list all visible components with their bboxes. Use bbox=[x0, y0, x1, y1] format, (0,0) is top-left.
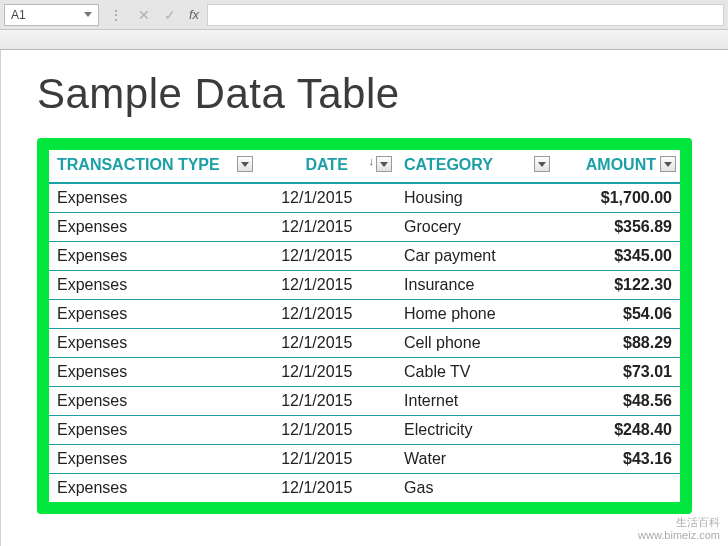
cell-transaction-type[interactable]: Expenses bbox=[49, 300, 257, 329]
cell-category[interactable]: Electricity bbox=[396, 416, 554, 445]
formula-input[interactable] bbox=[207, 4, 724, 26]
cell-date[interactable]: 12/1/2015 bbox=[257, 474, 396, 503]
cell-category[interactable]: Insurance bbox=[396, 271, 554, 300]
header-label: DATE bbox=[305, 156, 347, 173]
highlighted-table-frame: TRANSACTION TYPE DATE ↓ CATEGORY AMOUNT bbox=[37, 138, 692, 514]
table-row[interactable]: Expenses12/1/2015Insurance$122.30 bbox=[49, 271, 680, 300]
table-row[interactable]: Expenses12/1/2015Cell phone$88.29 bbox=[49, 329, 680, 358]
cell-amount[interactable]: $122.30 bbox=[554, 271, 680, 300]
cell-transaction-type[interactable]: Expenses bbox=[49, 387, 257, 416]
cell-amount[interactable]: $1,700.00 bbox=[554, 183, 680, 213]
watermark: 生活百科 www.bimeiz.com bbox=[638, 516, 720, 542]
cell-category[interactable]: Water bbox=[396, 445, 554, 474]
close-icon: ✕ bbox=[138, 7, 150, 23]
document-page: Sample Data Table TRANSACTION TYPE DATE … bbox=[0, 50, 728, 546]
cell-date[interactable]: 12/1/2015 bbox=[257, 445, 396, 474]
sort-descending-icon: ↓ bbox=[369, 155, 375, 167]
cell-transaction-type[interactable]: Expenses bbox=[49, 213, 257, 242]
filter-button[interactable] bbox=[376, 156, 392, 172]
formula-bar: A1 ⋮ ✕ ✓ fx bbox=[0, 0, 728, 30]
check-icon: ✓ bbox=[164, 7, 176, 23]
table-row[interactable]: Expenses12/1/2015Electricity$248.40 bbox=[49, 416, 680, 445]
table-row[interactable]: Expenses12/1/2015Grocery$356.89 bbox=[49, 213, 680, 242]
table-row[interactable]: Expenses12/1/2015Home phone$54.06 bbox=[49, 300, 680, 329]
cell-amount[interactable]: $54.06 bbox=[554, 300, 680, 329]
cell-category[interactable]: Car payment bbox=[396, 242, 554, 271]
table-row[interactable]: Expenses12/1/2015Water$43.16 bbox=[49, 445, 680, 474]
cell-date[interactable]: 12/1/2015 bbox=[257, 416, 396, 445]
watermark-url: www.bimeiz.com bbox=[638, 529, 720, 542]
cell-category[interactable]: Internet bbox=[396, 387, 554, 416]
chevron-down-icon bbox=[538, 162, 546, 167]
cell-date[interactable]: 12/1/2015 bbox=[257, 329, 396, 358]
cell-amount[interactable]: $88.29 bbox=[554, 329, 680, 358]
cell-amount[interactable]: $73.01 bbox=[554, 358, 680, 387]
watermark-text: 生活百科 bbox=[638, 516, 720, 529]
chevron-down-icon bbox=[84, 12, 92, 17]
cell-transaction-type[interactable]: Expenses bbox=[49, 329, 257, 358]
cell-amount[interactable]: $356.89 bbox=[554, 213, 680, 242]
ruler bbox=[0, 30, 728, 50]
cell-date[interactable]: 12/1/2015 bbox=[257, 358, 396, 387]
cell-date[interactable]: 12/1/2015 bbox=[257, 213, 396, 242]
cell-date[interactable]: 12/1/2015 bbox=[257, 183, 396, 213]
cell-amount[interactable] bbox=[554, 474, 680, 503]
col-amount[interactable]: AMOUNT bbox=[554, 150, 680, 183]
cell-transaction-type[interactable]: Expenses bbox=[49, 358, 257, 387]
cell-transaction-type[interactable]: Expenses bbox=[49, 242, 257, 271]
header-label: AMOUNT bbox=[586, 156, 656, 173]
enter-formula-button[interactable]: ✓ bbox=[159, 4, 181, 26]
name-box[interactable]: A1 bbox=[4, 4, 99, 26]
cell-date[interactable]: 12/1/2015 bbox=[257, 271, 396, 300]
cell-transaction-type[interactable]: Expenses bbox=[49, 474, 257, 503]
chevron-down-icon bbox=[380, 162, 388, 167]
name-box-value: A1 bbox=[11, 8, 84, 22]
table-row[interactable]: Expenses12/1/2015Housing$1,700.00 bbox=[49, 183, 680, 213]
table-header-row: TRANSACTION TYPE DATE ↓ CATEGORY AMOUNT bbox=[49, 150, 680, 183]
chevron-down-icon bbox=[664, 162, 672, 167]
cell-transaction-type[interactable]: Expenses bbox=[49, 271, 257, 300]
cell-category[interactable]: Housing bbox=[396, 183, 554, 213]
cell-transaction-type[interactable]: Expenses bbox=[49, 416, 257, 445]
table-row[interactable]: Expenses12/1/2015Internet$48.56 bbox=[49, 387, 680, 416]
chevron-down-icon bbox=[241, 162, 249, 167]
cell-category[interactable]: Cell phone bbox=[396, 329, 554, 358]
filter-button[interactable] bbox=[660, 156, 676, 172]
cell-amount[interactable]: $345.00 bbox=[554, 242, 680, 271]
cell-amount[interactable]: $48.56 bbox=[554, 387, 680, 416]
cell-amount[interactable]: $248.40 bbox=[554, 416, 680, 445]
cell-date[interactable]: 12/1/2015 bbox=[257, 300, 396, 329]
cell-date[interactable]: 12/1/2015 bbox=[257, 387, 396, 416]
col-date[interactable]: DATE ↓ bbox=[257, 150, 396, 183]
filter-button[interactable] bbox=[237, 156, 253, 172]
table-row[interactable]: Expenses12/1/2015Cable TV$73.01 bbox=[49, 358, 680, 387]
header-label: TRANSACTION TYPE bbox=[57, 156, 220, 173]
cell-date[interactable]: 12/1/2015 bbox=[257, 242, 396, 271]
cell-category[interactable]: Gas bbox=[396, 474, 554, 503]
cell-transaction-type[interactable]: Expenses bbox=[49, 183, 257, 213]
table-row[interactable]: Expenses12/1/2015Car payment$345.00 bbox=[49, 242, 680, 271]
data-table: TRANSACTION TYPE DATE ↓ CATEGORY AMOUNT bbox=[49, 150, 680, 502]
cell-category[interactable]: Home phone bbox=[396, 300, 554, 329]
col-transaction-type[interactable]: TRANSACTION TYPE bbox=[49, 150, 257, 183]
cell-category[interactable]: Grocery bbox=[396, 213, 554, 242]
cell-category[interactable]: Cable TV bbox=[396, 358, 554, 387]
page-title: Sample Data Table bbox=[37, 70, 692, 118]
cell-amount[interactable]: $43.16 bbox=[554, 445, 680, 474]
cell-transaction-type[interactable]: Expenses bbox=[49, 445, 257, 474]
table-row[interactable]: Expenses12/1/2015Gas bbox=[49, 474, 680, 503]
fx-label[interactable]: fx bbox=[185, 7, 199, 22]
col-category[interactable]: CATEGORY bbox=[396, 150, 554, 183]
header-label: CATEGORY bbox=[404, 156, 493, 173]
filter-button[interactable] bbox=[534, 156, 550, 172]
cancel-formula-button[interactable]: ✕ bbox=[133, 4, 155, 26]
divider: ⋮ bbox=[103, 7, 129, 23]
